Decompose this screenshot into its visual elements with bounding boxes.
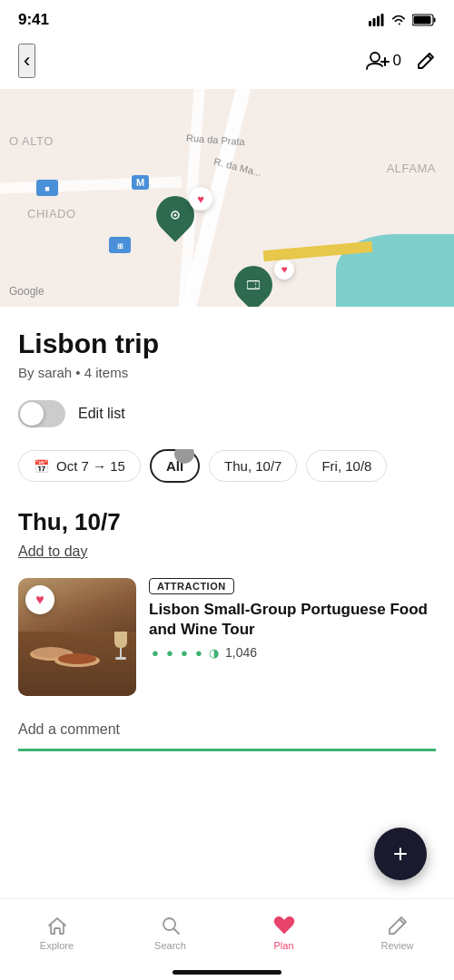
map-marker-blue-2[interactable]: ⊞ xyxy=(109,237,131,253)
trip-title: Lisbon trip xyxy=(18,328,436,359)
google-label: Google xyxy=(9,285,44,298)
nav-item-review[interactable]: Review xyxy=(340,899,454,980)
stars: ● ● ● ● ◑ xyxy=(149,646,220,659)
filter-chip-thu[interactable]: Thu, 10/7 xyxy=(209,450,297,482)
nav-item-search[interactable]: Search xyxy=(114,899,227,980)
back-button[interactable]: ‹ xyxy=(18,44,35,78)
edit-list-row: Edit list xyxy=(18,400,436,427)
nav-label-plan: Plan xyxy=(273,940,293,951)
add-to-day-link[interactable]: Add to day xyxy=(18,544,88,560)
home-icon xyxy=(46,915,68,936)
card-title: Lisbon Small-Group Portuguese Food and W… xyxy=(149,600,436,640)
status-time: 9:41 xyxy=(18,11,49,29)
map-label-alfama: ALFAMA xyxy=(387,162,436,175)
svg-rect-6 xyxy=(434,18,436,23)
svg-rect-5 xyxy=(414,16,431,24)
svg-point-16 xyxy=(174,214,177,217)
wine-glass xyxy=(114,632,127,663)
star-5: ◑ xyxy=(207,646,220,659)
edit-list-toggle[interactable] xyxy=(18,400,65,427)
home-indicator xyxy=(173,970,281,975)
main-content: Lisbon trip By sarah • 4 items Edit list… xyxy=(0,307,454,751)
edit-button[interactable] xyxy=(416,51,436,71)
svg-text:■: ■ xyxy=(44,184,49,193)
food-2 xyxy=(58,653,96,664)
fab-plus-icon: + xyxy=(393,841,408,867)
star-2: ● xyxy=(163,646,176,659)
person-count: 0 xyxy=(393,52,401,70)
nav-item-explore[interactable]: Explore xyxy=(0,899,114,980)
svg-point-7 xyxy=(370,53,380,62)
signal-icon xyxy=(369,14,385,26)
heart-icon: ♥ xyxy=(35,592,44,608)
edit-list-label: Edit list xyxy=(78,406,125,422)
star-3: ● xyxy=(178,646,191,659)
nav-label-search: Search xyxy=(154,940,186,951)
svg-rect-1 xyxy=(373,18,376,26)
add-person-button[interactable]: 0 xyxy=(366,51,401,71)
svg-text:⊞: ⊞ xyxy=(117,242,123,250)
attraction-card: ♥ ATTRACTION Lisbon Small-Group Portugue… xyxy=(18,578,436,696)
wifi-icon xyxy=(390,14,407,26)
filter-chip-fri[interactable]: Fri, 10/8 xyxy=(306,450,387,482)
nav-label-explore: Explore xyxy=(40,940,74,951)
filter-row: 📅 Oct 7 → 15 All Thu, 10/7 Fri, 10/8 xyxy=(18,449,436,483)
battery-icon xyxy=(412,14,436,26)
heart-icon xyxy=(273,915,295,936)
review-count: 1,046 xyxy=(225,645,257,660)
svg-line-19 xyxy=(173,928,179,934)
card-heart-button[interactable]: ♥ xyxy=(25,585,54,614)
attraction-badge: ATTRACTION xyxy=(149,578,234,594)
star-1: ● xyxy=(149,646,162,659)
trip-meta: By sarah • 4 items xyxy=(18,365,436,380)
map-pin-heart-1[interactable]: ♥ xyxy=(189,187,212,211)
day-header: Thu, 10/7 xyxy=(18,508,436,536)
card-info: ATTRACTION Lisbon Small-Group Portuguese… xyxy=(149,578,436,696)
nav-right: 0 xyxy=(366,51,436,71)
filter-thu-label: Thu, 10/7 xyxy=(224,458,281,474)
svg-rect-0 xyxy=(369,21,371,26)
toggle-thumb xyxy=(20,402,44,426)
star-4: ● xyxy=(192,646,205,659)
top-nav: ‹ 0 xyxy=(0,36,454,89)
review-pencil-icon xyxy=(387,915,409,936)
nav-item-plan[interactable]: Plan xyxy=(227,899,340,980)
map-label-o-alto: O ALTO xyxy=(9,134,54,148)
bottom-nav: Explore Search Plan Review xyxy=(0,898,454,980)
svg-rect-2 xyxy=(377,16,380,27)
map-marker-blue-1[interactable]: ■ xyxy=(36,180,58,196)
search-icon xyxy=(160,915,182,936)
filter-fri-label: Fri, 10/8 xyxy=(321,458,371,474)
status-icons xyxy=(369,14,436,26)
map-area[interactable]: R. da Ma... Rua da Prata O ALTO CHIADO A… xyxy=(0,89,454,307)
filter-chip-date-range[interactable]: 📅 Oct 7 → 15 xyxy=(18,450,141,482)
calendar-icon: 📅 xyxy=(34,459,49,474)
day-section: Thu, 10/7 Add to day xyxy=(18,508,436,578)
nav-label-review: Review xyxy=(380,940,413,951)
map-pin-heart-2[interactable]: ♥ xyxy=(274,260,294,279)
add-person-icon xyxy=(366,51,390,71)
add-comment[interactable]: Add a comment xyxy=(18,710,436,751)
card-rating-row: ● ● ● ● ◑ 1,046 xyxy=(149,645,436,660)
map-label-chiado: CHIADO xyxy=(27,207,76,220)
svg-rect-3 xyxy=(381,14,384,26)
card-image: ♥ xyxy=(18,578,136,696)
filter-date-label: Oct 7 → 15 xyxy=(56,458,125,474)
pencil-icon xyxy=(416,51,436,71)
map-marker-blue-m[interactable]: M xyxy=(132,175,149,190)
status-bar: 9:41 xyxy=(0,0,454,36)
svg-rect-17 xyxy=(247,281,260,289)
fab-button[interactable]: + xyxy=(374,828,427,880)
map-pin-ticket[interactable] xyxy=(234,266,272,304)
